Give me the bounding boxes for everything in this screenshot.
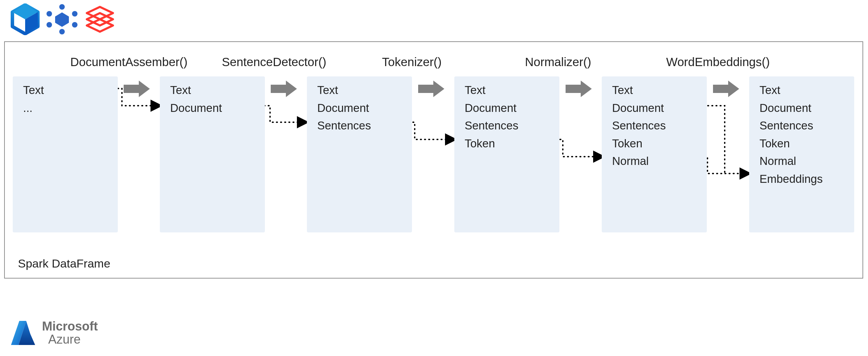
- arrow-icon: [271, 81, 297, 97]
- stage-label-tokenizer: Tokenizer(): [382, 55, 442, 69]
- col-ellipsis: ...: [23, 101, 44, 115]
- frame-label: Spark DataFrame: [18, 257, 110, 270]
- stage-items-document: Text Document: [170, 83, 222, 115]
- col-document: Document: [465, 101, 518, 115]
- stage-label-document-assembler: DocumentAssember(): [70, 55, 187, 69]
- col-sentences: Sentences: [317, 119, 371, 133]
- col-text: Text: [317, 83, 371, 97]
- svg-point-3: [59, 4, 65, 10]
- col-sentences: Sentences: [465, 119, 518, 133]
- col-text: Text: [612, 83, 666, 97]
- stage-items-token: Text Document Sentences Token: [465, 83, 518, 150]
- stage-items-embeddings: Text Document Sentences Token Normal Emb…: [760, 83, 823, 186]
- col-document: Document: [317, 101, 371, 115]
- col-sentences: Sentences: [760, 119, 823, 133]
- azure-hdinsight-icon: [45, 3, 79, 35]
- col-normal: Normal: [612, 154, 666, 168]
- col-normal: Normal: [760, 154, 823, 168]
- svg-point-7: [46, 22, 52, 28]
- stage-label-sentence-detector: SentenceDetector(): [222, 55, 326, 69]
- col-text: Text: [170, 83, 222, 97]
- stage-box-normal: Text Document Sentences Token Normal: [602, 76, 707, 232]
- stage-box-input: Text ...: [13, 76, 118, 232]
- col-document: Document: [760, 101, 823, 115]
- arrow-icon: [713, 81, 739, 97]
- svg-point-4: [72, 11, 78, 17]
- stage-label-word-embeddings: WordEmbeddings(): [666, 55, 770, 69]
- arrow-icon: [418, 81, 444, 97]
- brand-microsoft: Microsoft: [42, 320, 98, 333]
- svg-point-8: [46, 11, 52, 17]
- col-token: Token: [465, 137, 518, 150]
- stage-items-sentences: Text Document Sentences: [317, 83, 371, 133]
- azure-logo-icon: [9, 319, 37, 347]
- svg-point-5: [72, 22, 78, 28]
- top-logos: [10, 3, 116, 35]
- arrow-icon: [124, 81, 150, 97]
- azure-footer: Microsoft Azure: [9, 319, 98, 347]
- svg-point-6: [59, 29, 65, 34]
- stage-items-normal: Text Document Sentences Token Normal: [612, 83, 666, 168]
- stage-box-embeddings: Text Document Sentences Token Normal Emb…: [749, 76, 854, 232]
- col-document: Document: [170, 101, 222, 115]
- brand-azure: Azure: [42, 333, 98, 346]
- col-token: Token: [760, 137, 823, 150]
- col-token: Token: [612, 137, 666, 150]
- col-text: Text: [760, 83, 823, 97]
- arrow-icon: [566, 81, 592, 97]
- diagram-canvas: Text ... DocumentAssember() Text Documen…: [0, 0, 868, 356]
- svg-marker-9: [55, 12, 69, 27]
- stage-box-sentences: Text Document Sentences: [307, 76, 412, 232]
- databricks-icon: [84, 3, 116, 35]
- stage-label-normalizer: Normalizer(): [525, 55, 591, 69]
- col-document: Document: [612, 101, 666, 115]
- stage-box-token: Text Document Sentences Token: [454, 76, 559, 232]
- stage-items-input: Text ...: [23, 83, 44, 115]
- azure-text: Microsoft Azure: [42, 320, 98, 346]
- col-sentences: Sentences: [612, 119, 666, 133]
- stage-box-document: Text Document: [160, 76, 265, 232]
- dataframe-frame: Text ... DocumentAssember() Text Documen…: [4, 41, 863, 279]
- col-embeddings: Embeddings: [760, 172, 823, 186]
- azure-synapse-icon: [10, 3, 40, 35]
- col-text: Text: [23, 83, 44, 97]
- col-text: Text: [465, 83, 518, 97]
- connector-layer: [5, 42, 862, 278]
